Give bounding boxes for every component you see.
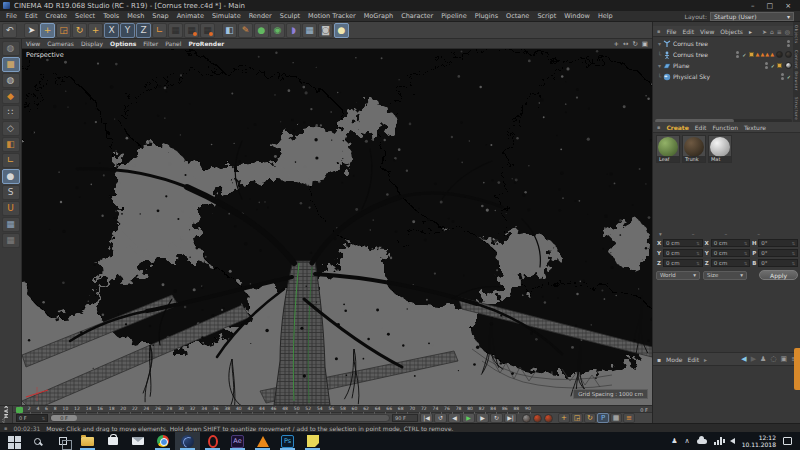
action-center-icon[interactable] (783, 437, 792, 445)
mat-menu-create[interactable]: Create (666, 124, 688, 131)
object-row[interactable]: ▾Plane✓ (653, 60, 794, 71)
vp-menu-cameras[interactable]: Cameras (47, 40, 74, 47)
previous-key-button[interactable]: ↺ (434, 413, 447, 423)
current-frame-field[interactable]: 0 F⇅ (16, 414, 48, 422)
snap-icon[interactable]: S (2, 185, 20, 200)
coord-position-field-x[interactable]: 0 cm⇅ (663, 239, 703, 247)
play-mode-button[interactable]: ↻ (490, 413, 503, 423)
camera-icon[interactable]: ◙ (318, 23, 333, 38)
pen-spline-icon[interactable]: ✎ (238, 23, 253, 38)
vp-menu-view[interactable]: View (26, 40, 40, 47)
coord-rotation-field-p[interactable]: 0°⇅ (758, 249, 798, 257)
coord-rotation-field-h[interactable]: 0°⇅ (758, 239, 798, 247)
edge-mode-icon[interactable]: ◇ (2, 121, 20, 136)
magnet-snap-icon[interactable]: U (2, 201, 20, 216)
menu-pipeline[interactable]: Pipeline (441, 12, 466, 20)
menu-script[interactable]: Script (537, 12, 556, 20)
om-menu-objects[interactable]: Objects (720, 28, 743, 35)
mograph-icon[interactable]: ◉ (270, 23, 285, 38)
toggle-view-icon[interactable]: ▣ (642, 40, 648, 48)
parameter-key-toggle[interactable]: P (597, 413, 609, 423)
side-tab-structure[interactable]: Structure (794, 97, 799, 120)
workplane-mode-icon[interactable]: ◆ (2, 89, 20, 104)
om-menu-edit[interactable]: Edit (682, 28, 694, 35)
menu-render[interactable]: Render (249, 12, 272, 20)
coord-size-field-y[interactable]: 0 cm⇅ (711, 249, 751, 257)
menu-simulate[interactable]: Simulate (212, 12, 241, 20)
end-frame-field[interactable]: 90 F (392, 414, 418, 422)
om-menu-view[interactable]: View (700, 28, 714, 35)
last-tool-icon[interactable]: + (88, 23, 103, 38)
network-icon[interactable] (714, 437, 723, 445)
undo-icon[interactable]: ↶ (2, 23, 17, 38)
vlc-button[interactable] (250, 432, 275, 450)
layout-select[interactable]: Startup (User) ▾ (710, 12, 794, 21)
menu-motion-tracker[interactable]: Motion Tracker (308, 12, 356, 20)
render-settings-icon[interactable]: ▦ (200, 23, 215, 38)
enabled-check-icon[interactable]: ✓ (771, 63, 775, 69)
side-tab-objects[interactable]: Objects (794, 25, 799, 44)
store-button[interactable] (100, 432, 125, 450)
menu-help[interactable]: Help (598, 12, 613, 20)
menu-animate[interactable]: Animate (177, 12, 204, 20)
maximize-button[interactable]: □ (767, 2, 774, 10)
visibility-dots[interactable] (736, 51, 739, 58)
position-key-toggle[interactable]: + (558, 413, 570, 423)
om-home-icon[interactable]: ⌂ (770, 28, 774, 35)
lock-z-axis-button[interactable]: Z (136, 23, 151, 38)
material-tag-icon[interactable] (785, 62, 792, 69)
coord-size-field-z[interactable]: 0 cm⇅ (711, 259, 751, 267)
hidden-icons-person[interactable]: ♟ (671, 438, 677, 445)
coordinate-system-icon[interactable]: ∟ (152, 23, 167, 38)
pan-view-icon[interactable]: + (613, 40, 618, 48)
model-mode-icon[interactable]: ■ (2, 57, 20, 72)
menu-window[interactable]: Window (564, 12, 590, 20)
render-view-icon[interactable]: ▦ (168, 23, 183, 38)
workplane-grid-icon[interactable]: ▦ (2, 217, 20, 232)
taskbar-clock[interactable]: 12:12 10.11.2018 (742, 434, 776, 448)
mail-button[interactable] (125, 432, 150, 450)
material-item[interactable]: Mat (708, 135, 732, 163)
scale-tool-icon[interactable]: ◲ (56, 23, 71, 38)
menu-edit[interactable]: Edit (25, 12, 38, 20)
om-cursor-icon[interactable]: ➤ (762, 28, 767, 35)
pla-key-toggle[interactable]: ▦ (610, 413, 622, 423)
vp-menu-filter[interactable]: Filter (143, 40, 158, 47)
material-item[interactable]: Trunk (682, 135, 706, 163)
menu-tools[interactable]: Tools (103, 12, 119, 20)
edit-label[interactable]: Edit (687, 356, 699, 363)
coord-position-field-z[interactable]: 0 cm⇅ (663, 259, 703, 267)
vp-menu-display[interactable]: Display (81, 40, 103, 47)
coord-position-field-y[interactable]: 0 cm⇅ (663, 249, 703, 257)
back-icon[interactable]: ◀ (741, 356, 746, 363)
tab-attributes[interactable] (794, 348, 800, 390)
vp-menu-options[interactable]: Options (110, 40, 136, 47)
start-button[interactable] (0, 432, 25, 450)
point-mode-icon[interactable]: ∷ (2, 105, 20, 120)
record-keyframe-button[interactable] (522, 414, 531, 423)
axis-mode-icon[interactable]: ∟ (2, 153, 20, 168)
om-search-icon[interactable]: ◎ (785, 28, 790, 35)
mat-menu-texture[interactable]: Texture (744, 124, 766, 131)
record-active-objects-button[interactable] (533, 414, 542, 423)
material-item[interactable]: Leaf (656, 135, 680, 163)
photoshop-button[interactable]: Ps (275, 432, 300, 450)
rotate-view-icon[interactable]: ↻ (632, 40, 637, 48)
close-button[interactable]: × (785, 2, 791, 10)
coord-rotation-field-b[interactable]: 0°⇅ (758, 259, 798, 267)
play-button[interactable]: ▶ (462, 413, 475, 423)
menu-mograph[interactable]: MoGraph (364, 12, 394, 20)
render-picture-viewer-icon[interactable]: ▦ (184, 23, 199, 38)
side-tab-content-browser[interactable]: Content Browser (794, 50, 799, 91)
object-row[interactable]: ▾Cornus tree (653, 38, 794, 49)
scale-key-toggle[interactable]: ◲ (571, 413, 583, 423)
power-slider[interactable]: 0 F (50, 414, 390, 422)
texture-tag-icon[interactable]: ▲ (756, 52, 760, 57)
menu-select[interactable]: Select (75, 12, 95, 20)
phong-tag-icon[interactable] (749, 52, 754, 57)
add-cube-icon[interactable]: ◧ (222, 23, 237, 38)
visibility-dots[interactable] (765, 62, 768, 69)
menu-file[interactable]: File (6, 12, 17, 20)
timeline-ruler[interactable]: 0246810121416182022242628303234363840424… (13, 406, 652, 413)
keyframe-selection-toggle[interactable]: ≡ (623, 413, 635, 423)
